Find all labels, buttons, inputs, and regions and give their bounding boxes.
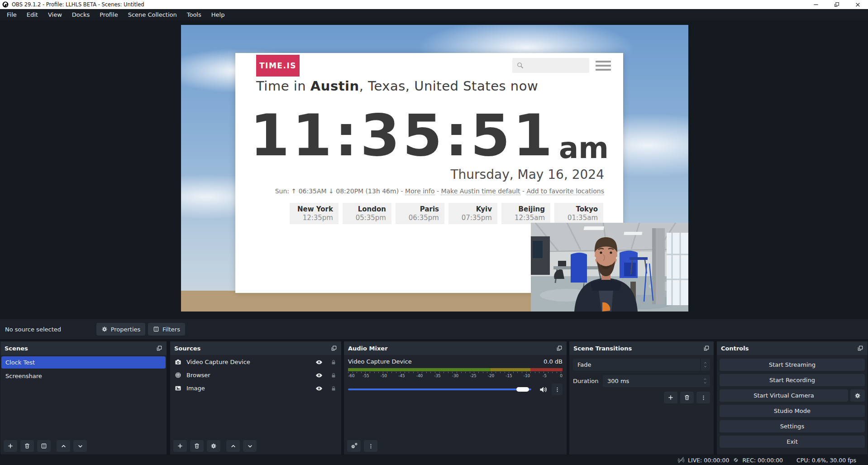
- mixer-options-button[interactable]: [364, 440, 377, 452]
- menu-help[interactable]: Help: [206, 10, 230, 20]
- menu-docks[interactable]: Docks: [67, 10, 95, 20]
- plus-icon: [7, 443, 14, 449]
- studio-mode-button[interactable]: Studio Mode: [720, 405, 865, 417]
- live-timer: LIVE: 00:00:00: [688, 457, 729, 464]
- popout-icon[interactable]: [156, 345, 162, 351]
- settings-button[interactable]: Settings: [720, 420, 865, 432]
- move-scene-down-button[interactable]: [73, 440, 87, 452]
- remove-scene-button[interactable]: [20, 440, 34, 452]
- menu-scene-collection[interactable]: Scene Collection: [123, 10, 182, 20]
- menu-bar: File Edit View Docks Profile Scene Colle…: [0, 9, 868, 20]
- visibility-eye-icon[interactable]: [315, 385, 323, 392]
- volume-meter: [348, 368, 563, 371]
- add-transition-button[interactable]: [664, 392, 677, 403]
- lock-icon[interactable]: [330, 359, 337, 365]
- video-capture-source-webcam[interactable]: [531, 223, 688, 312]
- heading-suffix: , Texas, United States now: [359, 78, 538, 94]
- exit-button[interactable]: Exit: [720, 436, 865, 448]
- selected-source-toolbar: No source selected Properties Filters: [0, 319, 868, 339]
- kebab-dots-icon: [368, 443, 374, 449]
- popout-icon[interactable]: [556, 345, 563, 351]
- globe-icon: [175, 372, 181, 379]
- start-virtual-camera-button[interactable]: Start Virtual Camera: [720, 389, 848, 402]
- add-scene-button[interactable]: [4, 440, 17, 452]
- duration-spinbox[interactable]: 300 ms: [603, 375, 710, 387]
- timeis-search-box: [512, 58, 589, 73]
- channel-options-button[interactable]: [552, 384, 563, 395]
- start-recording-button[interactable]: Start Recording: [720, 374, 865, 386]
- preview-canvas[interactable]: TIME.IS Time in Austin, Texas, United St…: [181, 25, 688, 312]
- window-controls: [806, 0, 868, 9]
- source-item-video-capture[interactable]: Video Capture Device: [170, 356, 341, 368]
- close-button[interactable]: [847, 0, 868, 9]
- obs-logo-icon: [2, 1, 9, 8]
- menu-profile[interactable]: Profile: [95, 10, 123, 20]
- scene-transitions-panel: Scene Transitions Fade Duration 300 ms: [569, 341, 714, 455]
- visibility-eye-icon[interactable]: [315, 359, 323, 366]
- dock-area: Scenes Clock Test Screenshare Sources Vi…: [0, 341, 868, 455]
- move-source-down-button[interactable]: [243, 440, 257, 452]
- add-source-button[interactable]: [173, 440, 187, 452]
- popout-icon[interactable]: [703, 345, 710, 351]
- start-streaming-button[interactable]: Start Streaming: [720, 359, 865, 371]
- popout-icon[interactable]: [331, 345, 337, 351]
- chevron-up-icon: [703, 378, 707, 381]
- virtual-camera-config-button[interactable]: [850, 389, 865, 402]
- sun-info-line: Sun: ↑ 06:35AM ↓ 08:20PM (13h 46m) - Mor…: [275, 187, 604, 195]
- transition-select-spinner[interactable]: [700, 359, 710, 371]
- menu-edit[interactable]: Edit: [22, 10, 43, 20]
- source-item-browser[interactable]: Browser: [170, 369, 341, 381]
- menu-file[interactable]: File: [2, 10, 22, 20]
- speaker-icon[interactable]: [539, 385, 548, 394]
- source-properties-button[interactable]: [207, 440, 220, 452]
- properties-button[interactable]: Properties: [96, 323, 145, 336]
- scenes-panel: Scenes Clock Test Screenshare: [0, 341, 167, 455]
- remove-transition-button[interactable]: [680, 392, 694, 403]
- minimize-button[interactable]: [806, 0, 826, 9]
- timeis-logo: TIME.IS: [256, 55, 300, 77]
- move-scene-up-button[interactable]: [57, 440, 70, 452]
- chevron-down-icon: [703, 365, 707, 368]
- restore-button[interactable]: [826, 0, 847, 9]
- transition-options-button[interactable]: [696, 392, 710, 403]
- city-paris: Paris06:35pm: [396, 203, 444, 224]
- visibility-eye-icon[interactable]: [315, 372, 323, 379]
- remove-source-button[interactable]: [190, 440, 204, 452]
- lock-icon[interactable]: [330, 385, 337, 392]
- volume-slider[interactable]: [348, 387, 535, 392]
- meter-tick-label: -35: [434, 374, 441, 378]
- meter-tick-label: -45: [398, 374, 405, 378]
- chevron-down-icon: [247, 443, 253, 449]
- meter-tick-label: -5: [543, 374, 547, 378]
- source-status-text: No source selected: [5, 326, 61, 333]
- meter-tick-label: -40: [416, 374, 423, 378]
- meter-tick-label: -50: [381, 374, 387, 378]
- filters-button[interactable]: Filters: [148, 323, 185, 336]
- lock-icon[interactable]: [330, 372, 337, 379]
- scene-filters-button[interactable]: [37, 440, 51, 452]
- move-source-up-button[interactable]: [226, 440, 240, 452]
- city-beijing: Beijing12:35am: [501, 203, 550, 224]
- title-bar: OBS 29.1.2 - Profile: LLHLS BETA - Scene…: [0, 0, 868, 9]
- city-london: London05:35pm: [343, 203, 391, 224]
- audio-mixer-panel: Audio Mixer Video Capture Device 0.0 dB …: [343, 341, 567, 455]
- popout-icon[interactable]: [857, 345, 863, 351]
- meter-tick-label: -10: [524, 374, 530, 378]
- advanced-audio-button[interactable]: [347, 440, 361, 452]
- duration-spinner[interactable]: [700, 375, 710, 387]
- volume-slider-handle[interactable]: [516, 387, 529, 392]
- menu-tools[interactable]: Tools: [182, 10, 206, 20]
- meter-tickmarks: [348, 372, 563, 373]
- kebab-dots-icon: [701, 395, 706, 401]
- trash-icon: [24, 443, 30, 449]
- sources-panel-title: Sources: [174, 345, 200, 352]
- scene-item-clock-test[interactable]: Clock Test: [1, 356, 166, 369]
- meter-tick-label: -55: [362, 374, 369, 378]
- menu-view[interactable]: View: [43, 10, 67, 20]
- scenes-panel-title: Scenes: [5, 345, 28, 352]
- source-item-image[interactable]: Image: [170, 382, 341, 394]
- transition-select[interactable]: Fade: [573, 359, 710, 371]
- sources-list: Video Capture Device Browser Image: [170, 355, 341, 437]
- scene-item-screenshare[interactable]: Screenshare: [1, 370, 166, 382]
- scenes-list: Clock Test Screenshare: [0, 355, 167, 437]
